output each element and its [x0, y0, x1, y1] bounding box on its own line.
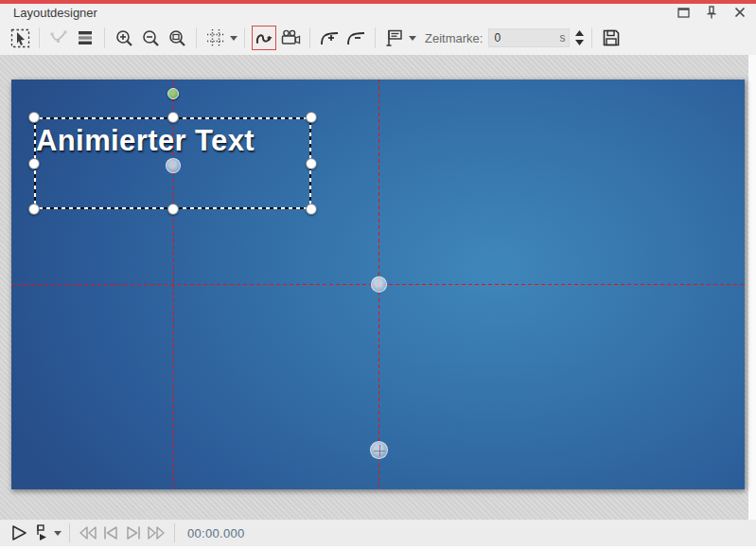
play-options-caret[interactable] [53, 521, 62, 545]
camera-icon [280, 28, 301, 47]
select-arrow-icon [10, 28, 30, 48]
playback-bar: 00:00.000 [0, 520, 756, 546]
text-marker-flag-icon [385, 28, 404, 47]
skip-to-start-icon [78, 524, 98, 541]
window-titlebar: Layoutdesigner [0, 0, 756, 21]
edit-points-button[interactable] [46, 26, 71, 50]
grid-dropdown-caret[interactable] [229, 26, 238, 50]
zeitmarke-spinner [572, 28, 586, 47]
toolbar-separator [39, 27, 40, 48]
time-display: 00:00.000 [187, 526, 245, 540]
right-gutter [748, 55, 756, 549]
motion-path-button[interactable] [252, 26, 276, 50]
skip-to-end-icon [146, 524, 167, 541]
maximize-icon[interactable] [675, 4, 692, 21]
stack-order-icon [76, 28, 95, 47]
stack-order-button[interactable] [73, 26, 97, 50]
edit-points-icon [49, 28, 68, 47]
zoom-fit-icon [167, 28, 187, 48]
resize-handle-bottom-center[interactable] [167, 204, 179, 215]
zoom-out-icon [141, 28, 161, 48]
playbar-separator [174, 523, 175, 542]
object-center-handle[interactable] [166, 158, 181, 173]
previous-frame-icon [101, 524, 120, 541]
crosshair-line [379, 445, 380, 456]
zeitmarke-label: Zeitmarke: [425, 31, 483, 45]
layout-designer-window: Layoutdesigner [0, 0, 756, 549]
add-curve-point-icon [319, 28, 340, 47]
zoom-in-button[interactable] [112, 26, 136, 50]
grid-button[interactable] [203, 26, 228, 50]
camera-button[interactable] [278, 26, 303, 50]
motion-path-icon [255, 28, 274, 48]
zeitmarke-input[interactable] [488, 28, 570, 47]
toolbar-separator [196, 27, 197, 48]
toolbar-separator [104, 27, 105, 48]
remove-curve-point-button[interactable] [343, 26, 368, 50]
motion-path-point-handle[interactable] [370, 441, 388, 459]
play-from-marker-button[interactable] [30, 522, 53, 544]
resize-handle-bottom-left[interactable] [28, 204, 40, 215]
text-marker-dropdown-caret[interactable] [408, 26, 417, 50]
resize-handle-top-right[interactable] [306, 112, 317, 123]
play-button[interactable] [8, 522, 30, 544]
play-from-marker-icon [33, 523, 50, 542]
resize-handle-bottom-right[interactable] [306, 204, 317, 215]
accent-stripe [0, 0, 756, 4]
zeitmarke-field-wrap: s [488, 28, 570, 47]
zeitmarke-unit: s [559, 31, 565, 44]
next-frame-icon [124, 524, 143, 541]
zoom-fit-button[interactable] [165, 26, 189, 50]
resize-handle-middle-left[interactable] [28, 158, 40, 169]
zoom-in-icon [114, 28, 134, 48]
resize-handle-top-center[interactable] [167, 112, 179, 123]
rotate-handle[interactable] [167, 88, 179, 99]
skip-to-start-button[interactable] [77, 522, 99, 544]
close-icon[interactable] [731, 4, 748, 21]
next-frame-button[interactable] [122, 522, 145, 544]
select-tool-button[interactable] [8, 26, 32, 50]
remove-curve-point-icon [345, 28, 366, 47]
designer-toolbar: Zeitmarke: s [0, 21, 756, 55]
grid-icon [206, 28, 225, 47]
resize-handle-middle-right[interactable] [306, 158, 317, 169]
spinner-down-button[interactable] [572, 38, 586, 47]
text-object-selection[interactable]: Animierter Text [35, 118, 310, 208]
toolbar-separator [309, 27, 310, 48]
text-marker-button[interactable] [382, 26, 407, 50]
window-controls [675, 4, 748, 21]
previous-frame-button[interactable] [99, 522, 122, 544]
canvas-center-path-handle[interactable] [371, 276, 387, 292]
layout-canvas[interactable]: Animierter Text [11, 80, 745, 489]
floppy-disk-icon [602, 28, 621, 47]
toolbar-separator [591, 27, 592, 48]
pin-icon[interactable] [703, 4, 720, 21]
text-object[interactable]: Animierter Text [36, 124, 255, 158]
window-title: Layoutdesigner [13, 6, 97, 20]
add-curve-point-button[interactable] [317, 26, 342, 50]
resize-handle-top-left[interactable] [28, 112, 40, 123]
spinner-up-button[interactable] [572, 28, 586, 38]
save-button[interactable] [599, 26, 624, 50]
toolbar-separator [375, 27, 376, 48]
playbar-separator [69, 523, 70, 542]
play-icon [10, 524, 27, 541]
toolbar-separator [244, 27, 245, 48]
skip-to-end-button[interactable] [145, 522, 167, 544]
zoom-out-button[interactable] [138, 26, 163, 50]
